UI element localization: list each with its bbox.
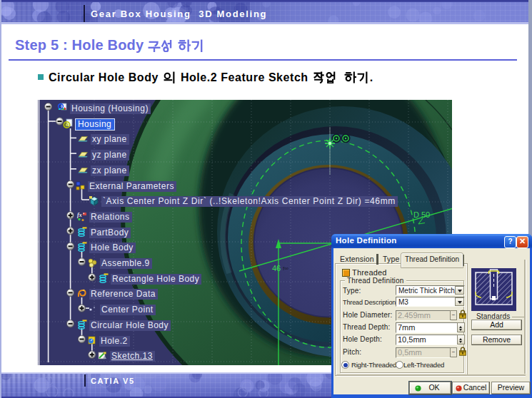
svg-text:f∞: f∞ <box>283 265 288 272</box>
svg-text:46: 46 <box>272 264 281 272</box>
svg-text:D 50: D 50 <box>413 210 430 219</box>
svg-text:fx: fx <box>77 212 82 218</box>
